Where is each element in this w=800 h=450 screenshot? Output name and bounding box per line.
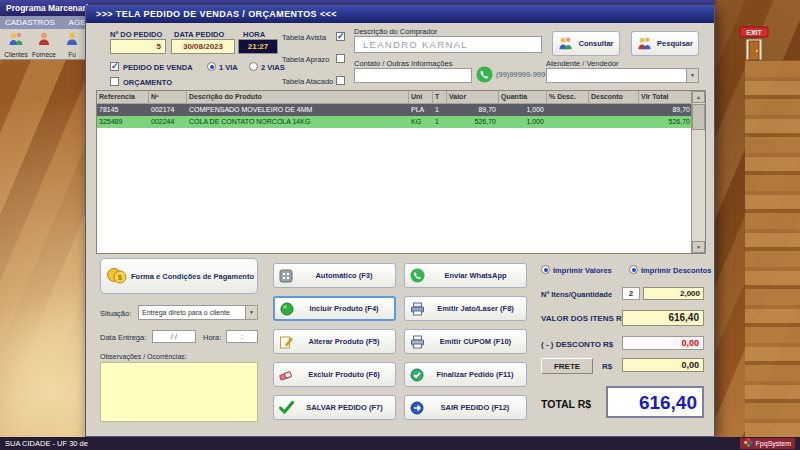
col-valor: Valor xyxy=(447,91,499,103)
receipt-printer-icon xyxy=(410,335,425,349)
pesquisar-label: Pesquisar xyxy=(652,39,698,48)
atendente-label: Atendente / Vendedor xyxy=(546,59,619,68)
pedido-venda-checkbox[interactable] xyxy=(110,62,119,71)
svg-text:EXIT: EXIT xyxy=(746,29,762,36)
consult-people-icon xyxy=(558,36,573,51)
frete-field[interactable]: 0,00 xyxy=(622,358,704,372)
scroll-down-icon[interactable] xyxy=(692,241,705,253)
status-city-label: SUA CIDADE - UF 30 de xyxy=(5,439,88,448)
fpq-label: FpqSystem xyxy=(756,438,791,449)
valor-itens-label: VALOR DOS ITENS R$ xyxy=(541,314,626,323)
incluir-produto-button[interactable]: Incluir Produto (F4) xyxy=(273,296,396,321)
desconto-field[interactable]: 0,00 xyxy=(622,336,704,350)
tabela-aprazo-checkbox[interactable] xyxy=(336,54,345,63)
col-desconto: Desconto xyxy=(589,91,639,103)
scroll-up-icon[interactable] xyxy=(692,91,705,103)
search-people-icon xyxy=(637,36,652,51)
alterar-produto-button[interactable]: Alterar Produto (F5) xyxy=(273,329,396,354)
imprimir-descontos-radio[interactable] xyxy=(629,265,638,274)
col-numero: Nº xyxy=(149,91,187,103)
tabela-avista-checkbox[interactable] xyxy=(336,32,345,41)
table-row[interactable]: 325489002244 COLA DE CONTATO NORCOLA 14K… xyxy=(97,116,705,128)
emitir-jato-laser-button[interactable]: Emitir Jato/Laser (F8) xyxy=(404,296,527,321)
pesquisar-button[interactable]: Pesquisar xyxy=(631,31,699,56)
excluir-produto-button[interactable]: Excluir Produto (F6) xyxy=(273,362,396,387)
observacoes-label: Observações / Ocorrências: xyxy=(100,353,187,360)
hora-entrega-field[interactable]: : xyxy=(226,330,258,343)
desconto-label: ( - ) DESCONTO R$ xyxy=(541,340,613,349)
finish-check-icon xyxy=(410,368,424,382)
salvar-pedido-button[interactable]: SALVAR PEDIDO (F7) xyxy=(273,395,396,420)
col-referencia: Referencia xyxy=(97,91,149,103)
atendente-combo[interactable] xyxy=(546,68,699,83)
quantidade-field: 2,000 xyxy=(643,287,704,300)
sales-order-window: >>> TELA PEDIDO DE VENDAS / ORÇAMENTOS <… xyxy=(85,5,715,437)
chevron-down-icon[interactable] xyxy=(245,306,257,319)
wood-planks-decor xyxy=(745,60,800,437)
orcamento-checkbox[interactable] xyxy=(110,77,119,86)
tabela-atacado-checkbox[interactable] xyxy=(336,76,345,85)
contato-label: Contato / Outras Informações xyxy=(354,59,452,68)
emitir-jato-laser-label: Emitir Jato/Laser (F8) xyxy=(425,304,526,313)
via1-radio[interactable] xyxy=(207,62,216,71)
window-titlebar[interactable]: >>> TELA PEDIDO DE VENDAS / ORÇAMENTOS <… xyxy=(86,6,714,23)
enviar-whatsapp-button[interactable]: Enviar WhatsApp xyxy=(404,263,527,288)
order-date-field[interactable]: 30/08/2023 xyxy=(171,39,235,54)
total-label: TOTAL R$ xyxy=(541,398,591,410)
imprimir-valores-radio[interactable] xyxy=(541,265,550,274)
buyer-name-field[interactable]: LEANDRO KARNAL xyxy=(354,36,542,53)
finalizar-pedido-label: Finalizar Pedido (F11) xyxy=(424,370,526,379)
order-time-field: 21:27 xyxy=(238,39,278,54)
menu-cadastros[interactable]: CADASTROS xyxy=(5,18,55,27)
grid-scrollbar[interactable] xyxy=(691,91,705,253)
finalizar-pedido-button[interactable]: Finalizar Pedido (F11) xyxy=(404,362,527,387)
exit-door-icon[interactable]: EXIT xyxy=(737,26,771,62)
phone-format-label: (99)99999-9999 xyxy=(496,70,549,79)
frete-button[interactable]: FRETE xyxy=(541,358,593,374)
order-time-label: HORA xyxy=(243,30,265,39)
data-entrega-field[interactable]: / / xyxy=(152,330,196,343)
toolbar-label: Fu xyxy=(68,51,76,58)
col-t: T xyxy=(433,91,447,103)
order-number-field[interactable]: 5 xyxy=(110,39,166,54)
whatsapp-icon xyxy=(410,268,425,283)
observacoes-textarea[interactable] xyxy=(100,362,258,422)
col-quantia: Quantia xyxy=(499,91,547,103)
imprimir-descontos-label: Imprimir Descontos xyxy=(641,266,711,275)
automatico-button[interactable]: Automático (F3) xyxy=(273,263,396,288)
payment-terms-label: Forma e Condições de Pagamento xyxy=(128,272,257,281)
scrollbar-thumb[interactable] xyxy=(692,104,705,130)
products-grid[interactable]: Referencia Nº Descrição do Produto Uni T… xyxy=(96,90,706,254)
payment-terms-button[interactable]: $ Forma e Condições de Pagamento xyxy=(100,258,258,294)
toolbar-item-funcionarios[interactable]: Fu xyxy=(58,30,86,59)
alterar-produto-label: Alterar Produto (F5) xyxy=(293,337,395,346)
toolbar-label: Clientes xyxy=(4,51,27,58)
col-vlrtotal: Vlr Total xyxy=(639,91,693,103)
tabela-aprazo-label: Tabela Aprazo xyxy=(282,55,330,64)
contato-field[interactable] xyxy=(354,68,472,83)
toolbar-item-clientes[interactable]: Clientes xyxy=(2,30,30,59)
whatsapp-icon[interactable] xyxy=(476,66,493,87)
emitir-cupom-button[interactable]: Emitir CUPOM (F10) xyxy=(404,329,527,354)
order-date-label: DATA PEDIDO xyxy=(174,30,224,39)
total-field: 616,40 xyxy=(606,386,704,418)
table-row[interactable]: 78145002174 COMPENSADO MOVELEIRO DE 4MMP… xyxy=(97,104,705,116)
via2-radio[interactable] xyxy=(249,62,258,71)
toolbar-item-fornecedores[interactable]: Fornece xyxy=(30,30,58,59)
status-bar: SUA CIDADE - UF 30 de FpqSystem xyxy=(0,437,800,450)
keypad-icon xyxy=(279,269,293,283)
data-entrega-label: Data Entrega: xyxy=(100,333,146,342)
consultar-button[interactable]: Consultar xyxy=(552,31,620,56)
situacao-combo[interactable]: Entrega direto para o cliente xyxy=(138,305,258,320)
chevron-down-icon[interactable] xyxy=(686,69,698,82)
automatico-label: Automático (F3) xyxy=(293,271,395,280)
clients-icon xyxy=(8,31,24,51)
excluir-produto-label: Excluir Produto (F6) xyxy=(293,370,395,379)
pedido-venda-label: PEDIDO DE VENDA xyxy=(123,63,193,72)
fpqsystem-badge[interactable]: FpqSystem xyxy=(740,438,795,449)
suppliers-icon xyxy=(36,31,52,51)
svg-text:$: $ xyxy=(118,273,123,282)
green-check-icon xyxy=(279,401,294,414)
fpq-diamond-icon xyxy=(744,438,753,450)
sair-pedido-button[interactable]: SAIR PEDIDO (F12) xyxy=(404,395,527,420)
